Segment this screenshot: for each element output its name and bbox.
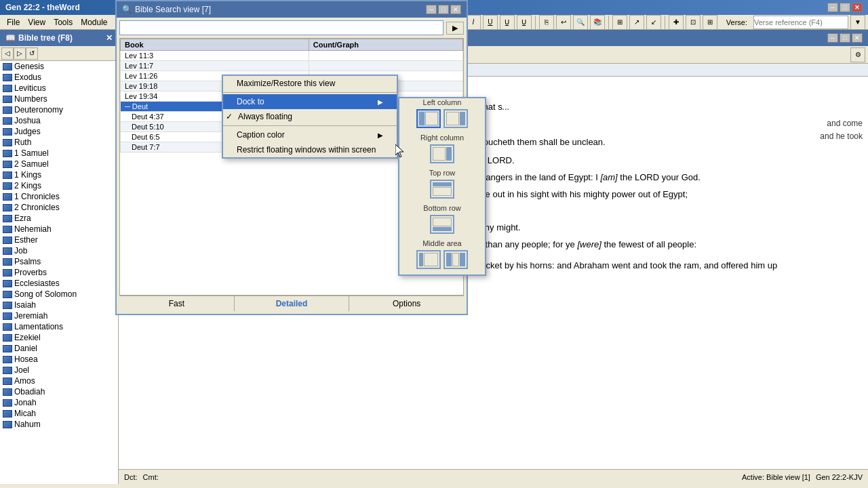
layout-right-1[interactable]	[430, 144, 454, 163]
menu-dock-to[interactable]: Dock to	[223, 94, 397, 109]
sidebar-item-numbers[interactable]: Numbers	[0, 94, 118, 104]
sidebar-item-judges[interactable]: Judges	[0, 126, 118, 137]
sidebar-item-hosea[interactable]: Hosea	[0, 354, 118, 365]
sidebar-item-2kings[interactable]: 2 Kings	[0, 180, 118, 191]
bible-view-close[interactable]: ✕	[852, 33, 863, 43]
bot-row-narrow	[433, 227, 452, 231]
sidebar-item-song[interactable]: Song of Solomon	[0, 289, 118, 300]
menu-always-floating[interactable]: ✓ Always floating	[223, 109, 397, 124]
sidebar-item-lam[interactable]: Lamentations	[0, 321, 118, 332]
sidebar-item-genesis[interactable]: Genesis	[0, 61, 118, 72]
menu-restrict-windows[interactable]: Restrict floating windows within screen	[223, 142, 397, 157]
bible-settings[interactable]: ⚙	[850, 47, 865, 62]
toolbar-nav4[interactable]: ⊡	[686, 15, 701, 30]
toolbar-nav5[interactable]: ⊞	[703, 15, 717, 30]
toolbar-back[interactable]: ↩	[556, 15, 571, 30]
sidebar-item-deuteronomy[interactable]: Deuteronomy	[0, 104, 118, 115]
menu-caption-color[interactable]: Caption color	[223, 127, 397, 142]
sidebar-fwd-btn[interactable]: ▷	[14, 47, 26, 60]
sidebar-item-1samuel[interactable]: 1 Samuel	[0, 148, 118, 159]
menu-maximize-restore[interactable]: Maximize/Restore this view	[223, 76, 397, 91]
sidebar-close-button[interactable]: ✕	[106, 33, 113, 43]
toolbar-btn-u3[interactable]: U̲	[517, 15, 532, 30]
sidebar-item-nahum[interactable]: Nahum	[0, 419, 118, 430]
sidebar-refresh-btn[interactable]: ↺	[26, 47, 38, 60]
bible-view-minimize[interactable]: ─	[827, 33, 838, 43]
sidebar-item-joel[interactable]: Joel	[0, 365, 118, 375]
search-panel-close[interactable]: ✕	[450, 5, 461, 14]
result-row-lev113[interactable]: Lev 11:3	[121, 51, 463, 61]
toolbar-fwd[interactable]: 🔍	[573, 15, 588, 30]
tab-options[interactable]: Options	[349, 296, 464, 311]
toolbar-btn-italic[interactable]: I	[466, 15, 481, 30]
layout-top-1[interactable]	[430, 180, 454, 199]
sidebar-item-jeremiah[interactable]: Jeremiah	[0, 310, 118, 321]
sidebar-item-proverbs[interactable]: Proverbs	[0, 267, 118, 278]
layout-mid-1[interactable]	[416, 250, 441, 269]
layout-mid-2[interactable]	[443, 250, 468, 269]
sidebar-item-micah[interactable]: Micah	[0, 408, 118, 419]
sidebar-item-exodus[interactable]: Exodus	[0, 72, 118, 83]
checkmark-icon: ✓	[226, 112, 237, 121]
psalms-icon	[3, 258, 12, 266]
search-input[interactable]	[119, 20, 443, 35]
toolbar-copy[interactable]: ⎘	[539, 15, 554, 30]
verse-input[interactable]	[753, 16, 848, 29]
verse-go[interactable]: ▼	[850, 15, 865, 30]
left-layout-icon-1	[419, 112, 438, 125]
layout-bottom-1[interactable]	[430, 215, 454, 234]
title-bar-buttons: ─ □ ✕	[827, 3, 863, 12]
sidebar-item-ruth[interactable]: Ruth	[0, 137, 118, 148]
mid-col-n1	[419, 253, 423, 266]
close-button[interactable]: ✕	[852, 3, 863, 12]
menu-tools[interactable]: Tools	[50, 16, 77, 28]
search-panel-maximize[interactable]: □	[438, 5, 449, 14]
toolbar-separator-3	[665, 16, 665, 29]
search-go-button[interactable]: ▶	[446, 22, 464, 35]
sidebar-item-ezekiel[interactable]: Ezekiel	[0, 332, 118, 343]
search-panel-minimize[interactable]: ─	[426, 5, 437, 14]
proverbs-icon	[3, 269, 12, 277]
layout-left-2[interactable]	[443, 109, 468, 128]
sidebar-item-2samuel[interactable]: 2 Samuel	[0, 159, 118, 169]
sidebar-item-psalms[interactable]: Psalms	[0, 256, 118, 267]
bible-view-maximize[interactable]: □	[840, 33, 850, 43]
sidebar-item-amos[interactable]: Amos	[0, 375, 118, 386]
sidebar-header: 📖 Bible tree (F8) ✕	[0, 30, 118, 46]
sidebar-item-joshua[interactable]: Joshua	[0, 115, 118, 126]
sidebar-item-jonah[interactable]: Jonah	[0, 397, 118, 408]
toolbar-book[interactable]: 📚	[590, 15, 605, 30]
deut-icon	[3, 106, 12, 114]
sidebar-item-job[interactable]: Job	[0, 245, 118, 256]
menu-module[interactable]: Module	[77, 16, 111, 28]
menu-file[interactable]: File	[3, 16, 24, 28]
toolbar-cross[interactable]: ✚	[669, 15, 684, 30]
maximize-button[interactable]: □	[840, 3, 850, 12]
tab-fast[interactable]: Fast	[119, 296, 235, 311]
toolbar-nav2[interactable]: ↗	[629, 15, 644, 30]
toolbar-nav1[interactable]: ⊞	[612, 15, 627, 30]
tab-detailed[interactable]: Detailed	[235, 296, 350, 311]
result-row-lev117[interactable]: Lev 11:7	[121, 61, 463, 71]
sidebar-back-btn[interactable]: ◁	[1, 47, 14, 60]
sidebar-item-1chron[interactable]: 1 Chronicles	[0, 191, 118, 202]
toolbar-btn-u1[interactable]: U	[483, 15, 498, 30]
sidebar-item-daniel[interactable]: Daniel	[0, 343, 118, 354]
menu-view[interactable]: View	[24, 16, 50, 28]
sidebar-item-2chron[interactable]: 2 Chronicles	[0, 202, 118, 213]
left-column-icons	[399, 109, 485, 128]
layout-left-1[interactable]	[416, 109, 441, 128]
sidebar-item-leviticus[interactable]: Leviticus	[0, 83, 118, 94]
toolbar-btn-u2[interactable]: U̲	[500, 15, 515, 30]
sidebar-item-1kings[interactable]: 1 Kings	[0, 169, 118, 180]
toolbar-nav3[interactable]: ↙	[646, 15, 661, 30]
col-book: Book	[121, 39, 309, 51]
sidebar-item-ezra[interactable]: Ezra	[0, 213, 118, 224]
minimize-button[interactable]: ─	[827, 3, 838, 12]
sidebar-item-nehemiah[interactable]: Nehemiah	[0, 224, 118, 235]
sidebar-item-obadiah[interactable]: Obadiah	[0, 386, 118, 397]
ruth-icon	[3, 139, 12, 146]
sidebar-item-isaiah[interactable]: Isaiah	[0, 300, 118, 310]
sidebar-item-eccl[interactable]: Ecclesiastes	[0, 278, 118, 289]
sidebar-item-esther[interactable]: Esther	[0, 235, 118, 245]
